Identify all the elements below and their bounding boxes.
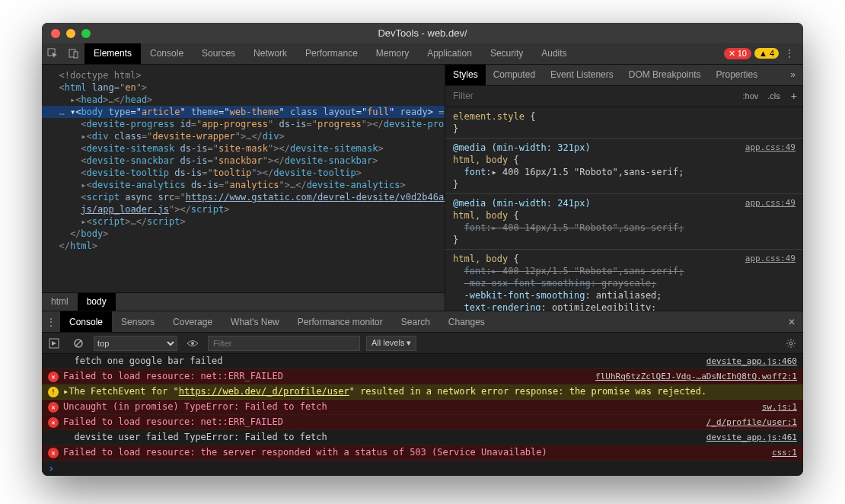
close-icon[interactable] (51, 29, 60, 38)
message-source[interactable]: css:1 (764, 445, 797, 460)
svg-point-7 (789, 342, 792, 345)
warn-count-badge[interactable]: ▲ 4 (754, 48, 779, 59)
dom-line[interactable]: ▸<script>…</script> (42, 215, 445, 228)
rule-source[interactable]: app.css:49 (745, 197, 796, 209)
styles-filter-input[interactable] (445, 91, 738, 101)
css-rule[interactable]: app.css:49@media (min-width: 321px)html,… (445, 139, 803, 194)
console-prompt[interactable]: › (42, 461, 803, 476)
css-rule[interactable]: app.css:49html, body { font:▸ 400 12px/1… (445, 250, 803, 311)
message-text: Failed to load resource: net::ERR_FAILED (63, 369, 588, 384)
error-count-badge[interactable]: ✕ 10 (724, 48, 751, 59)
drawer-tab-coverage[interactable]: Coverage (164, 311, 222, 332)
styles-tab-styles[interactable]: Styles (445, 65, 486, 85)
maximize-icon[interactable] (81, 29, 91, 38)
close-drawer-icon[interactable]: ✕ (780, 311, 803, 332)
styles-panel: StylesComputedEvent ListenersDOM Breakpo… (445, 65, 803, 311)
dom-line[interactable]: … ▾<body type="article" theme="web-theme… (42, 106, 445, 118)
console-message[interactable]: ✕Failed to load resource: net::ERR_FAILE… (42, 369, 803, 384)
add-rule-icon[interactable]: + (785, 90, 803, 102)
warning-icon: ! (48, 387, 59, 397)
main-tab-strip: ElementsConsoleSourcesNetworkPerformance… (42, 43, 803, 64)
message-source[interactable]: devsite_app.js:461 (699, 430, 797, 445)
drawer-tab-console[interactable]: Console (60, 311, 112, 332)
dom-line[interactable]: <!doctype html> (42, 69, 445, 81)
menu-icon[interactable]: ⋮ (782, 48, 797, 59)
console-message[interactable]: ✕Failed to load resource: the server res… (42, 445, 803, 461)
main-tab-audits[interactable]: Audits (532, 43, 576, 63)
css-rule[interactable]: app.css:49@media (min-width: 241px)html,… (445, 194, 803, 250)
cls-toggle[interactable]: .cls (763, 91, 785, 100)
elements-panel: <!doctype html> <html lang="en"> ▸<head>… (42, 65, 803, 311)
main-tab-security[interactable]: Security (481, 43, 532, 63)
dom-line[interactable]: <devsite-sitemask ds-is="site-mask"></de… (42, 142, 445, 155)
message-text: devsite user failed TypeError: Failed to… (63, 430, 699, 445)
drawer-tab-performance-monitor[interactable]: Performance monitor (289, 311, 392, 332)
console-message[interactable]: ✕Uncaught (in promise) TypeError: Failed… (42, 400, 803, 415)
main-tab-elements[interactable]: Elements (84, 43, 141, 63)
message-source[interactable]: devsite_app.js:460 (699, 354, 797, 368)
minimize-icon[interactable] (66, 29, 75, 38)
hov-toggle[interactable]: :hov (738, 91, 764, 100)
dom-panel: <!doctype html> <html lang="en"> ▸<head>… (42, 65, 445, 311)
message-source[interactable]: /_d/profile/user:1 (699, 415, 797, 429)
gear-icon[interactable] (782, 334, 800, 352)
error-count: 10 (738, 49, 747, 58)
svg-rect-2 (74, 52, 78, 58)
dom-line[interactable]: ▸<head>…</head> (42, 94, 445, 106)
message-text: Failed to load resource: net::ERR_FAILED (63, 415, 699, 429)
drawer-tab-sensors[interactable]: Sensors (112, 311, 164, 332)
console-message[interactable]: !▸The FetchEvent for "https://web.dev/_d… (42, 384, 803, 400)
dom-line[interactable]: </html> (42, 240, 445, 252)
drawer-tab-changes[interactable]: Changes (439, 311, 494, 332)
styles-rules[interactable]: element.style {}app.css:49@media (min-wi… (445, 107, 803, 311)
log-level-select[interactable]: All levels ▾ (366, 336, 416, 351)
more-tabs-icon[interactable]: » (783, 65, 803, 85)
dom-line[interactable]: <devsite-snackbar ds-is="snackbar"></dev… (42, 155, 445, 167)
dom-line[interactable]: </body> (42, 228, 445, 240)
eye-icon[interactable] (183, 334, 202, 352)
console-output[interactable]: fetch one google bar faileddevsite_app.j… (42, 354, 803, 461)
dom-line[interactable]: <devsite-tooltip ds-is="tooltip"></devsi… (42, 167, 445, 179)
dom-line[interactable]: <devsite-progress id="app-progress" ds-i… (42, 118, 445, 130)
main-tab-console[interactable]: Console (141, 43, 193, 63)
dom-tree[interactable]: <!doctype html> <html lang="en"> ▸<head>… (42, 65, 445, 292)
main-tab-application[interactable]: Application (418, 43, 481, 63)
main-tab-network[interactable]: Network (244, 43, 296, 63)
crumb-body[interactable]: body (78, 293, 116, 311)
window-title: DevTools - web.dev/ (42, 27, 803, 39)
dom-line[interactable]: ▸<div class="devsite-wrapper">…</div> (42, 130, 445, 142)
styles-tab-properties[interactable]: Properties (708, 65, 765, 85)
error-icon: ✕ (48, 372, 59, 382)
drawer-tab-search[interactable]: Search (392, 311, 439, 332)
inspect-icon[interactable] (42, 43, 63, 63)
context-select[interactable]: top (94, 336, 177, 351)
console-filter-input[interactable] (208, 336, 360, 351)
message-source[interactable]: sw.js:1 (754, 400, 797, 414)
dom-line[interactable]: js/app_loader.js"></script> (42, 203, 445, 215)
dom-line[interactable]: ▸<devsite-analytics ds-is="analytics">…<… (42, 179, 445, 191)
main-tab-memory[interactable]: Memory (367, 43, 418, 63)
main-tab-sources[interactable]: Sources (193, 43, 244, 63)
device-mode-icon[interactable] (63, 43, 84, 63)
window-controls (42, 29, 91, 38)
crumb-html[interactable]: html (42, 293, 78, 311)
drawer-tab-what-s-new[interactable]: What's New (222, 311, 289, 332)
styles-tab-dom-breakpoints[interactable]: DOM Breakpoints (621, 65, 709, 85)
main-tab-performance[interactable]: Performance (296, 43, 367, 63)
error-icon: ✕ (48, 402, 59, 413)
console-message[interactable]: fetch one google bar faileddevsite_app.j… (42, 354, 803, 369)
rule-source[interactable]: app.css:49 (745, 142, 796, 154)
dom-line[interactable]: <html lang="en"> (42, 81, 445, 94)
styles-tab-computed[interactable]: Computed (486, 65, 543, 85)
console-message[interactable]: devsite user failed TypeError: Failed to… (42, 430, 803, 445)
error-icon: ✕ (48, 417, 59, 428)
console-message[interactable]: ✕Failed to load resource: net::ERR_FAILE… (42, 415, 803, 430)
execute-icon[interactable] (45, 334, 63, 352)
dom-line[interactable]: <script async src="https://www.gstatic.c… (42, 191, 445, 203)
css-rule[interactable]: element.style {} (445, 107, 803, 139)
styles-tab-event-listeners[interactable]: Event Listeners (543, 65, 621, 85)
clear-console-icon[interactable] (69, 334, 88, 352)
message-source[interactable]: flUhRq6tzZclQEJ-Vdg-…aDsNcIhQ8tQ.woff2:1 (588, 369, 797, 384)
rule-source[interactable]: app.css:49 (745, 253, 796, 265)
drawer-menu-icon[interactable]: ⋮ (42, 311, 60, 332)
